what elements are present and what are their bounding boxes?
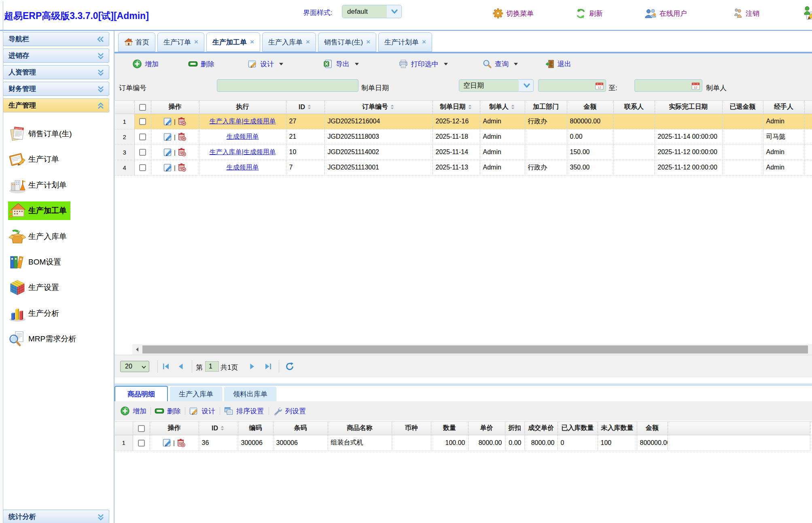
first-page-button[interactable] (160, 361, 172, 372)
grid-row-3[interactable]: 3|生产入库单|生成领用单10JGD202511140022025-11-14A… (115, 144, 812, 160)
sidebar-group-财务管理[interactable]: 财务管理 (3, 82, 109, 96)
calendar-icon[interactable]: 12 (691, 81, 700, 91)
row-checkbox[interactable] (139, 118, 146, 125)
calendar-icon[interactable]: 12 (595, 81, 604, 91)
row-checkbox[interactable] (139, 133, 146, 140)
tab-close-icon[interactable]: × (250, 38, 254, 46)
tab-销售订单(生)[interactable]: 销售订单(生)× (318, 32, 376, 52)
exec-link[interactable]: 生成领用单 (227, 164, 259, 171)
cell-dept: 行政办 (525, 114, 567, 129)
detail-tab-领料出库单[interactable]: 领料出库单 (224, 387, 276, 401)
edit-row-icon[interactable] (163, 163, 173, 172)
exec-link[interactable]: 生产入库单|生成领用单 (209, 118, 276, 125)
tab-生产入库单[interactable]: 生产入库单× (262, 32, 316, 52)
toolbar-button-退出[interactable]: 退出 (545, 58, 571, 70)
exec-link[interactable]: 生产入库单|生成领用单 (209, 148, 276, 155)
toolbar-button-删除[interactable]: 删除 (155, 405, 181, 417)
header-menu-切换菜单[interactable]: 切换菜单 (493, 8, 534, 19)
sidebar-item-BOM设置[interactable]: BOM设置 (8, 253, 65, 271)
detail-tab-商品明细[interactable]: 商品明细 (114, 386, 168, 401)
row-checkbox[interactable] (139, 164, 146, 171)
refresh-grid-button[interactable] (284, 361, 295, 372)
sidebar-item-销售订单(生)[interactable]: NewSale销售订单(生) (8, 125, 76, 143)
scrollbar-thumb[interactable] (142, 345, 808, 354)
edit-row-icon[interactable] (163, 438, 172, 447)
delete-icon (155, 406, 164, 416)
row-checkbox[interactable] (139, 149, 146, 156)
date-to-input[interactable]: 12 (634, 79, 702, 92)
toolbar-button-设计[interactable]: 设计 (189, 405, 215, 417)
sidebar-group-生产管理[interactable]: 生产管理 (3, 98, 109, 112)
tab-close-icon[interactable]: × (306, 38, 310, 46)
toolbar-button-打印选中[interactable]: 打印选中 (399, 58, 449, 70)
grid-row-4[interactable]: 4|生成领用单7JGD202511130012025-11-13Admin行政办… (115, 160, 812, 175)
column-header-订单编号[interactable]: 订单编号 (324, 101, 433, 114)
sidebar-item-生产加工单[interactable]: 生产加工单 (8, 201, 70, 220)
date-mode-select[interactable]: 空日期 (459, 79, 534, 92)
sidebar-group-人资管理[interactable]: 人资管理 (3, 65, 109, 79)
date-from-input[interactable]: 12 (538, 79, 606, 92)
row-checkbox[interactable] (138, 440, 145, 447)
grid-row-1[interactable]: 1|生产入库单|生成领用单27JGD202512160042025-12-16A… (115, 114, 812, 129)
select-all-checkbox[interactable] (139, 104, 146, 111)
delete-row-icon[interactable] (177, 116, 187, 126)
sidebar-item-生产设置[interactable]: 生产设置 (8, 278, 63, 297)
sidebar-item-生产入库单[interactable]: 生产入库单 (8, 227, 70, 246)
toolbar-button-导出[interactable]: 导出 (323, 58, 360, 70)
grid-row-1[interactable]: 1|36300006300006组装台式机100.008000.000.0080… (115, 435, 810, 451)
delete-row-icon[interactable] (176, 438, 186, 448)
column-header-ID[interactable]: ID (199, 422, 238, 435)
edit-row-icon[interactable] (163, 148, 173, 157)
column-header-制单日期[interactable]: 制单日期 (433, 101, 480, 114)
header-menu-extra[interactable] (803, 8, 812, 19)
toolbar-button-列设置[interactable]: 列设置 (273, 405, 306, 417)
delete-row-icon[interactable] (177, 132, 187, 142)
toolbar-button-设计[interactable]: 设计 (248, 58, 284, 70)
header-menu-在线用户[interactable]: 在线用户 (645, 8, 687, 19)
tab-close-icon[interactable]: × (422, 38, 426, 46)
sidebar-item-MRP需求分析[interactable]: MRP需求分析 (8, 330, 80, 348)
sidebar-group-导航栏[interactable]: 导航栏 (3, 32, 109, 46)
select-all-checkbox[interactable] (138, 425, 145, 432)
sidebar-item-生产订单[interactable]: 生产订单 (8, 150, 63, 169)
tab-close-icon[interactable]: × (194, 38, 198, 46)
delete-row-icon[interactable] (177, 147, 187, 157)
toolbar-button-增加[interactable]: 增加 (132, 58, 159, 70)
toolbar-button-删除[interactable]: 删除 (188, 58, 214, 70)
scrollbar-left-arrow-icon[interactable] (133, 345, 141, 354)
toolbar-button-增加[interactable]: 增加 (120, 405, 146, 417)
sidebar-group-统计分析[interactable]: 统计分析 (3, 510, 109, 523)
header-menu-label: 刷新 (589, 9, 603, 18)
cell-maker: Admin (480, 129, 525, 144)
header-menu-刷新[interactable]: 刷新 (575, 8, 603, 19)
edit-row-icon[interactable] (163, 117, 173, 126)
column-settings-icon (273, 406, 282, 416)
toolbar-button-排序设置[interactable]: 排序设置 (224, 405, 264, 417)
order-no-filter-input[interactable] (217, 79, 358, 92)
toolbar-button-查询[interactable]: 查询 (482, 58, 519, 70)
last-page-button[interactable] (263, 361, 274, 372)
edit-row-icon[interactable] (163, 132, 173, 142)
ui-style-select[interactable]: default (342, 5, 402, 18)
cell-finish: 2025-11-14 00:00:00 (655, 129, 722, 144)
column-header-制单人[interactable]: 制单人 (480, 101, 525, 114)
grid-row-2[interactable]: 2|生成领用单21JGD202511180032025-11-18Admin0.… (115, 129, 812, 144)
sidebar-group-进销存[interactable]: 进销存 (3, 49, 109, 63)
sidebar-item-生产计划单[interactable]: 生产计划单 (8, 176, 70, 195)
exec-link[interactable]: 生成领用单 (227, 133, 259, 140)
header-menu-注销[interactable]: 注销 (733, 8, 759, 19)
tab-生产计划单[interactable]: 生产计划单× (378, 32, 432, 52)
tab-生产订单[interactable]: 生产订单× (157, 32, 204, 52)
delete-row-icon[interactable] (177, 163, 187, 172)
prev-page-button[interactable] (175, 361, 187, 372)
next-page-button[interactable] (246, 361, 258, 372)
column-header-label: 经手人 (774, 103, 793, 111)
page-number-input[interactable]: 1 (205, 361, 219, 372)
column-header-ID[interactable]: ID (286, 101, 324, 114)
detail-tab-生产入库单[interactable]: 生产入库单 (170, 387, 222, 401)
tab-close-icon[interactable]: × (366, 38, 370, 46)
sidebar-item-生产分析[interactable]: 生产分析 (8, 304, 63, 323)
tab-生产加工单[interactable]: 生产加工单× (206, 32, 260, 52)
page-size-select[interactable]: 20 (120, 361, 149, 372)
tab-首页[interactable]: 首页 (118, 32, 155, 52)
